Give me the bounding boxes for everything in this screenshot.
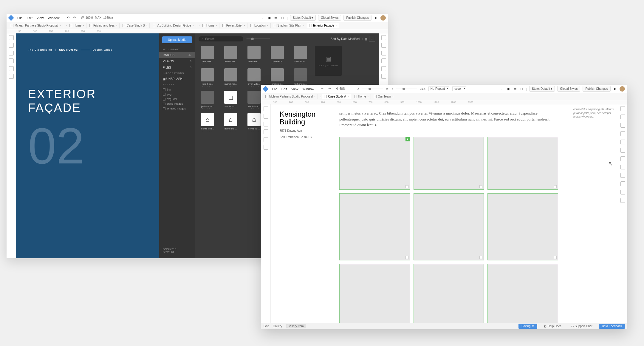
media-asset[interactable]: farhang-a...• • • • •: [292, 68, 309, 87]
media-asset[interactable]: andrea-e...• • • • •: [268, 68, 286, 87]
tab-home2[interactable]: Home×: [201, 23, 219, 28]
undo-icon[interactable]: ↶: [66, 16, 70, 20]
tab-our-team[interactable]: Our Team×: [372, 94, 396, 99]
align-inspector-icon[interactable]: [620, 140, 625, 144]
media-asset[interactable]: janke-lask...• • • • •: [199, 91, 216, 109]
close-icon[interactable]: ×: [116, 24, 118, 27]
media-asset[interactable]: evan-wils...• • • • •: [245, 68, 263, 87]
layout-icon[interactable]: ▭: [513, 87, 517, 91]
publish-button[interactable]: Publish Changes: [343, 15, 371, 21]
library-videos[interactable]: VIDEOS0: [159, 58, 195, 64]
text-inspector-icon[interactable]: [620, 106, 625, 111]
filter-png[interactable]: png: [159, 92, 195, 97]
menu-file[interactable]: File: [17, 16, 23, 20]
anchor-tool-icon[interactable]: [264, 137, 268, 142]
media-asset[interactable]: ⌂home-buil...• • • • •: [222, 113, 240, 132]
media-asset[interactable]: ⌂home-bui...• • • • •: [245, 113, 263, 132]
lock-icon[interactable]: ⟳: [386, 87, 388, 90]
gallery-item[interactable]: [414, 193, 484, 260]
document-canvas[interactable]: Kensington Building 5571 Downy Ave San F…: [271, 104, 570, 323]
close-icon[interactable]: ×: [367, 95, 369, 98]
close-icon[interactable]: ×: [192, 24, 194, 27]
frame-tool-icon[interactable]: [264, 114, 268, 119]
library-files[interactable]: FILES0: [159, 64, 195, 71]
device-icon[interactable]: □: [519, 87, 524, 91]
gallery-item[interactable]: [414, 264, 484, 323]
filter-svg[interactable]: svg+xml: [159, 97, 195, 101]
close-icon[interactable]: ×: [244, 24, 245, 27]
text-tool-icon[interactable]: [264, 122, 268, 126]
close-icon[interactable]: ×: [347, 95, 349, 98]
width-value[interactable]: 100%: [86, 16, 93, 19]
user-avatar[interactable]: [380, 15, 386, 21]
user-avatar[interactable]: [620, 86, 625, 92]
gallery-item[interactable]: [487, 137, 558, 190]
gallery-item[interactable]: [339, 264, 410, 323]
x-slider[interactable]: [362, 89, 383, 89]
code-tool-icon[interactable]: [9, 74, 14, 79]
close-icon[interactable]: ×: [59, 24, 61, 27]
close-icon[interactable]: ×: [302, 24, 304, 27]
canvas-page[interactable]: The Vix Building | SECTION 02 Design Gui…: [16, 33, 159, 258]
close-icon[interactable]: ×: [146, 24, 148, 27]
breadcrumb-grid[interactable]: Grid: [264, 325, 269, 328]
select-tool-icon[interactable]: [264, 106, 268, 111]
select-tool-icon[interactable]: [9, 35, 14, 40]
tab-project-brief[interactable]: Project Brief×: [221, 23, 247, 28]
play-icon[interactable]: ▶: [374, 16, 378, 20]
filter-unused[interactable]: Unused Images: [159, 106, 195, 111]
text-tool-icon[interactable]: [9, 51, 14, 55]
text-inspector-icon[interactable]: [381, 35, 386, 40]
tab-pricing[interactable]: Pricing and fees×: [88, 23, 120, 28]
media-asset[interactable]: robert-go...• • • • •: [199, 68, 216, 87]
image-inspector-icon[interactable]: [620, 115, 625, 119]
align-icon[interactable]: ⫞: [261, 16, 265, 20]
close-icon[interactable]: ×: [392, 95, 394, 98]
gallery-item[interactable]: [414, 137, 484, 190]
state-dropdown[interactable]: State: Default ▾: [529, 86, 555, 92]
upload-media-button[interactable]: Upload Media: [162, 36, 192, 43]
tab-casestudy-a[interactable]: Case Study A×: [322, 94, 351, 99]
view-icon[interactable]: ▥: [365, 37, 367, 41]
media-asset[interactable]: albert-der...• • • • •: [222, 46, 240, 65]
sort-dropdown[interactable]: Sort By Date Modified: [331, 37, 360, 41]
media-search-input[interactable]: ⌕ Search: [199, 36, 243, 41]
breadcrumb-gallery-item[interactable]: Gallery Item: [286, 324, 306, 328]
menu-window[interactable]: Window: [48, 16, 59, 20]
global-styles-button[interactable]: Global Styles: [318, 15, 341, 21]
next-page-icon[interactable]: ›: [369, 36, 375, 42]
media-asset[interactable]: rachel-mc...• • • • •: [222, 68, 240, 87]
close-icon[interactable]: ×: [83, 24, 84, 27]
menu-view[interactable]: View: [37, 16, 44, 20]
grid-inspector-icon[interactable]: [620, 148, 625, 153]
color-inspector-icon[interactable]: [620, 173, 625, 178]
image-icon[interactable]: ▣: [506, 87, 510, 91]
close-icon[interactable]: ×: [314, 95, 316, 98]
layers-icon[interactable]: [381, 66, 386, 71]
device-icon[interactable]: □: [280, 16, 284, 20]
settings-icon[interactable]: [381, 58, 386, 63]
redo-icon[interactable]: ↷: [327, 87, 331, 91]
tab-stadium[interactable]: Stadium Site Plan×: [272, 23, 306, 28]
tab-vix-guide[interactable]: Vix Building Design Guide×: [151, 23, 196, 28]
media-asset[interactable]: christine-l...• • • • •: [245, 46, 263, 65]
percent-value[interactable]: 31%: [420, 87, 425, 90]
max-value[interactable]: 1160px: [103, 16, 113, 19]
tab-casestudy-b[interactable]: Case Study B×: [121, 23, 150, 28]
breadcrumb-gallery[interactable]: Gallery: [273, 325, 282, 328]
menu-edit[interactable]: Edit: [281, 87, 287, 91]
integration-unsplash[interactable]: ▣ UNSPLASH: [159, 76, 195, 82]
sort-direction-icon[interactable]: ↕: [361, 37, 363, 41]
cover-dropdown[interactable]: cover: [452, 86, 466, 91]
support-chat-button[interactable]: ▭ Support Chat: [568, 324, 595, 329]
menu-file[interactable]: File: [272, 87, 277, 91]
menu-window[interactable]: Window: [302, 87, 314, 91]
media-asset[interactable]: ◻stadium-b...• • • • •: [222, 91, 240, 109]
image-icon[interactable]: ▣: [267, 16, 271, 20]
gallery-item[interactable]: [487, 193, 558, 260]
grid-tool-icon[interactable]: [9, 58, 14, 63]
image-inspector-icon[interactable]: [381, 51, 386, 55]
video-inspector-icon[interactable]: [620, 181, 625, 186]
media-asset[interactable]: portrait-f• • • • •: [268, 46, 286, 65]
anchor-tool-icon[interactable]: [9, 66, 14, 71]
